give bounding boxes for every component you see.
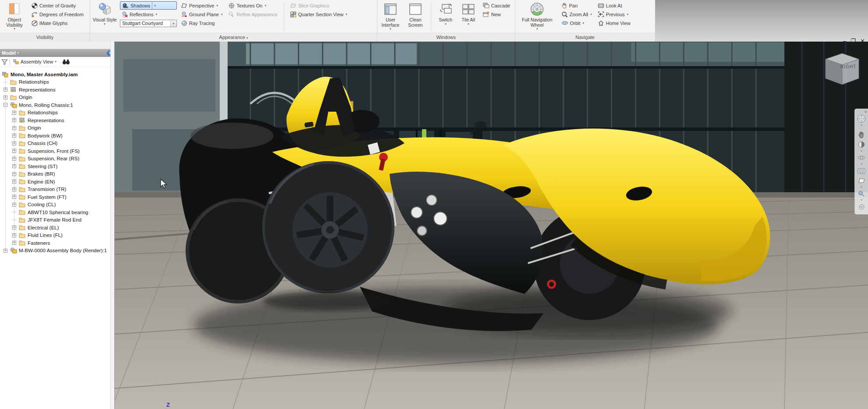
viewcube-face-label[interactable]: RIGHT	[840, 64, 856, 69]
collapse-icon[interactable]: −	[4, 103, 7, 107]
imate-glyphs-button[interactable]: iMate Glyphs	[30, 19, 85, 27]
visual-style-icon[interactable]	[855, 189, 868, 198]
expand-icon[interactable]: +	[12, 157, 16, 161]
cascade-button[interactable]: Cascade	[481, 1, 512, 10]
expand-icon[interactable]: +	[12, 187, 16, 191]
dropdown-caret[interactable]: ▾	[861, 149, 862, 153]
tree-item[interactable]: +Origin	[0, 124, 114, 132]
expand-icon[interactable]: +	[12, 149, 16, 153]
tree-item[interactable]: +Fasteners	[0, 239, 114, 247]
expand-icon[interactable]: +	[12, 134, 16, 138]
dropdown-caret[interactable]: ▾	[861, 162, 862, 166]
tree-item[interactable]: +M-BW-0000 Assembly Body (Render):1	[0, 247, 114, 255]
home-view-button[interactable]: Home View	[596, 19, 632, 27]
navigation-bar[interactable]: ✕ ▾ ▾ ▾ ▾ ▾	[854, 109, 868, 215]
tree-item[interactable]: +Engine (EN)	[0, 178, 114, 186]
tree-item[interactable]: +Fuel System (FT)	[0, 193, 114, 201]
look-at-button[interactable]: Look At	[596, 1, 632, 10]
expand-icon[interactable]: +	[12, 126, 16, 130]
orbit-icon[interactable]	[855, 153, 868, 162]
expand-icon[interactable]: +	[12, 180, 16, 183]
shadows-toggle[interactable]: Shadows ▾	[120, 1, 177, 10]
orbit-button[interactable]: Orbit ▾	[560, 19, 594, 27]
tree-item[interactable]: +Suspension, Rear (RS)	[0, 155, 114, 163]
new-window-button[interactable]: New	[481, 10, 512, 18]
tree-item[interactable]: ABWT10 Spherical bearing	[0, 208, 114, 216]
pan-hand-icon[interactable]	[855, 130, 868, 140]
viewcube[interactable]: RIGHT	[820, 49, 864, 87]
zoom-icon[interactable]	[855, 140, 868, 149]
tree-item[interactable]: +Relationships	[0, 109, 114, 117]
expand-icon[interactable]: +	[12, 241, 16, 245]
tree-item[interactable]: +Transmision (TR)	[0, 186, 114, 194]
group-label-appearance[interactable]: Appearance ▾	[90, 33, 377, 42]
chevron-down-icon[interactable]: ▾	[18, 52, 19, 54]
close-icon[interactable]: ✕	[860, 38, 865, 45]
expand-icon[interactable]: +	[12, 195, 16, 199]
previous-view-button[interactable]: Previous ▾	[596, 10, 632, 18]
tree-item[interactable]: Mono, Master Assembly.iam	[0, 71, 114, 78]
expand-icon[interactable]: +	[12, 203, 16, 207]
textures-on-button[interactable]: Textures On ▾	[227, 1, 279, 10]
perspective-icon[interactable]	[855, 176, 868, 185]
tree-item[interactable]: +Origin	[0, 94, 114, 102]
zoom-all-button[interactable]: Zoom All ▾	[560, 10, 594, 18]
filter-icon[interactable]	[1, 59, 8, 65]
expand-icon[interactable]: +	[4, 249, 7, 253]
expand-icon[interactable]: +	[12, 164, 16, 168]
tree-item[interactable]: Relationships	[0, 78, 114, 86]
tree-item[interactable]: JFX8T Female Rod End	[0, 216, 114, 224]
tile-all-button[interactable]: Tile All ▾	[458, 1, 478, 32]
expand-icon[interactable]: +	[12, 118, 16, 122]
expand-icon[interactable]: +	[12, 172, 16, 176]
tree-item[interactable]: +Chassis (CH)	[0, 140, 114, 148]
reflections-button[interactable]: Reflections ▾	[120, 10, 177, 18]
full-navigation-wheel-button[interactable]: Full Navigation Wheel ▾	[517, 1, 557, 32]
expand-icon[interactable]: +	[4, 88, 7, 92]
model-viewport[interactable]	[115, 42, 868, 409]
restore-icon[interactable]: ❐	[850, 38, 856, 45]
expand-icon[interactable]: +	[12, 141, 16, 145]
perspective-button[interactable]: Perspective ▾	[179, 1, 224, 10]
switch-button[interactable]: Switch ▾	[436, 1, 456, 32]
visual-style-button[interactable]: Visual Style ▾	[92, 1, 117, 32]
center-of-gravity-button[interactable]: Center of Gravity	[30, 1, 85, 10]
ground-plane-button[interactable]: Ground Plane ▾	[179, 10, 224, 18]
object-visibility-button[interactable]: Object Visibility ▾	[2, 1, 27, 32]
tree-item[interactable]: +Representations	[0, 116, 114, 124]
close-icon[interactable]: ✕	[864, 110, 867, 114]
tree-item[interactable]: +Representations	[0, 86, 114, 94]
expand-icon[interactable]: +	[12, 233, 16, 237]
user-interface-button[interactable]: User Interface ▾	[379, 1, 402, 32]
expand-icon[interactable]: +	[12, 226, 16, 229]
collapse-icon[interactable]	[855, 202, 868, 212]
tree-item[interactable]: +Fluid Lines (FL)	[0, 232, 114, 240]
tree-item[interactable]: +Cooling (CL)	[0, 201, 114, 209]
tree-item[interactable]: +Suspension, Front (FS)	[0, 147, 114, 155]
panel-scrollbar[interactable]	[110, 42, 114, 409]
environment-select[interactable]: Stuttgart Courtyard ▾	[120, 20, 177, 27]
degrees-of-freedom-button[interactable]: Degrees of Freedom	[30, 10, 85, 18]
expand-icon[interactable]: +	[4, 95, 7, 99]
tree-item[interactable]: +Electrical (EL)	[0, 224, 114, 232]
dropdown-caret[interactable]: ▾	[861, 185, 862, 189]
look-at-icon[interactable]	[855, 166, 868, 176]
tree-item[interactable]: −Mono, Rolling Chassis:1	[0, 101, 114, 109]
full-navigation-wheel-icon[interactable]	[855, 114, 868, 123]
tree-item[interactable]: +Bodywork (BW)	[0, 132, 114, 140]
model-menu-button[interactable]: Model	[2, 50, 16, 56]
tree-item[interactable]: +Brakes (BR)	[0, 170, 114, 178]
dropdown-caret[interactable]: ▾	[861, 123, 862, 127]
tree-item[interactable]: +Steering (ST)	[0, 162, 114, 170]
assembly-view-dropdown[interactable]: Assembly View ▾	[12, 59, 58, 65]
pan-button[interactable]: Pan	[560, 1, 594, 10]
quarter-section-view-button[interactable]: Quarter Section View ▾	[288, 10, 349, 18]
clean-screen-button[interactable]: Clean Screen	[404, 1, 426, 32]
dropdown-caret[interactable]: ▾	[861, 198, 862, 202]
search-icon[interactable]	[62, 59, 70, 65]
environment-caret[interactable]: ▾	[170, 20, 176, 27]
expand-icon[interactable]: +	[12, 111, 16, 115]
shadows-dropdown-caret[interactable]: ▾	[152, 2, 158, 9]
minimize-icon[interactable]: –	[843, 38, 846, 45]
ray-tracing-button[interactable]: Ray Tracing	[179, 19, 224, 27]
